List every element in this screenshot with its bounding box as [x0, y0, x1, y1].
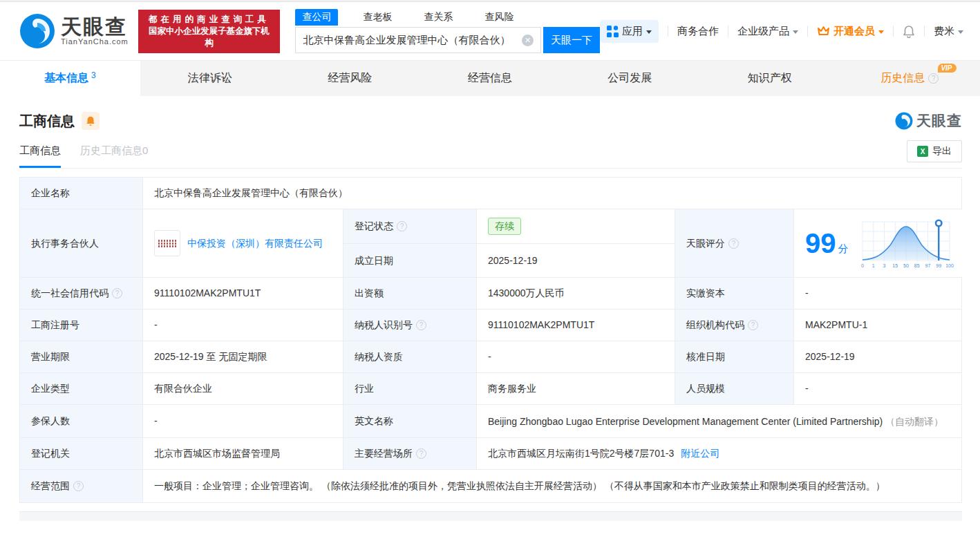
notifications-button[interactable]	[903, 25, 915, 38]
menu-open-vip[interactable]: 开通会员	[817, 25, 884, 38]
tab-operation-risk[interactable]: 经营风险	[280, 61, 420, 96]
svg-text:0: 0	[861, 263, 864, 268]
tianyancha-logo-icon	[895, 112, 913, 130]
help-icon[interactable]: ?	[112, 288, 122, 298]
field-label: 经营范围 ?	[20, 470, 142, 502]
score-label: 天眼评分	[686, 236, 725, 251]
tianyancha-logo-icon	[19, 13, 55, 49]
credit-code-label: 统一社会信用代码	[31, 286, 109, 301]
export-label: 导出	[932, 145, 952, 158]
menu-apps[interactable]: 应用	[600, 20, 659, 43]
header: 天眼查 TianYanCha.com 都在用的商业查询工具 国家中小企业发展子基…	[0, 2, 980, 60]
page-bottom-strip	[19, 511, 962, 521]
nearby-companies-link[interactable]: 附近公司	[681, 446, 719, 461]
field-label: 成立日期	[343, 243, 476, 277]
tab-history-info-label: 历史信息	[880, 71, 925, 86]
menu-user[interactable]: 费米	[934, 25, 963, 38]
menu-enterprise-products[interactable]: 企业级产品	[737, 25, 798, 38]
field-label: 登记机关	[20, 438, 142, 469]
help-icon[interactable]: ?	[416, 320, 426, 330]
menu-cooperation[interactable]: 商务合作	[677, 25, 719, 38]
search-tab-risk[interactable]: 查风险	[478, 9, 520, 26]
partner-logo	[154, 230, 180, 256]
menu-enterprise-label: 企业级产品	[737, 25, 789, 38]
field-label: 实缴资本	[675, 278, 793, 309]
reg-status-label: 登记状态	[355, 219, 393, 234]
business-term-value: 2025-12-19 至 无固定期限	[142, 341, 343, 372]
field-label: 行业	[343, 373, 476, 404]
paid-capital-value: -	[793, 278, 961, 309]
help-icon[interactable]: ?	[728, 238, 739, 249]
menu-divider	[728, 26, 728, 37]
chevron-down-icon	[793, 30, 798, 34]
business-scope-value: 一般项目：企业管理；企业管理咨询。 （除依法须经批准的项目外，凭营业执照依法自主…	[142, 470, 961, 502]
tianyancha-logo[interactable]: 天眼查 TianYanCha.com	[19, 13, 129, 49]
capital-value: 1430000万人民币	[476, 278, 675, 309]
taxpayer-qualification-value: -	[476, 341, 675, 372]
tab-intellectual-property[interactable]: 知识产权	[700, 61, 840, 96]
search-tab-boss[interactable]: 查老板	[356, 9, 399, 26]
section-nav: 基本信息 3 法律诉讼 经营风险 经营信息 公司发展 知识产权 VIP 历史信息…	[0, 60, 980, 96]
crown-icon	[817, 26, 830, 37]
business-place-label: 主要经营场所	[355, 446, 413, 461]
subtab-history-business-info[interactable]: 历史工商信息0	[80, 144, 148, 168]
field-label: 天眼评分 ?	[675, 209, 793, 277]
svg-text:50: 50	[903, 263, 909, 268]
field-label: 核准日期	[675, 341, 793, 372]
help-icon[interactable]: ?	[73, 481, 84, 491]
english-name-text: Beijing Zhongbao Lugao Enterprise Develo…	[488, 416, 883, 427]
search-input[interactable]	[303, 35, 522, 46]
field-label: 营业期限	[20, 341, 142, 372]
search-tab-relation[interactable]: 查关系	[417, 9, 460, 26]
tab-basic-info-label: 基本信息	[44, 71, 88, 86]
export-button[interactable]: X 导出	[907, 140, 962, 162]
brand-slogan: 都在用的商业查询工具 国家中小企业发展子基金旗下机构	[138, 10, 281, 53]
vip-badge: VIP	[938, 64, 956, 73]
auto-translate-note: （自动翻译）	[885, 416, 943, 427]
field-label: 主要经营场所 ?	[343, 438, 476, 469]
score-axis-labels: 013 155085 9799100	[861, 263, 954, 268]
company-type-value: 有限合伙企业	[142, 373, 343, 404]
business-info-table: 企业名称 北京中保鲁高企业发展管理中心（有限合伙） 执行事务合伙人 中保投资（深…	[19, 177, 962, 503]
tab-basic-info[interactable]: 基本信息 3	[0, 61, 140, 96]
help-icon[interactable]: ?	[928, 73, 939, 84]
tab-operation-info[interactable]: 经营信息	[420, 61, 560, 96]
help-icon[interactable]: ?	[748, 320, 758, 330]
industry-value: 商务服务业	[476, 373, 675, 404]
tab-legal-litigation[interactable]: 法律诉讼	[140, 61, 281, 96]
field-label: 企业类型	[20, 373, 142, 404]
excel-icon: X	[917, 146, 928, 157]
clear-search-icon[interactable]: ✕	[522, 35, 534, 46]
search-tabs: 查公司 查老板 查关系 查风险	[295, 9, 600, 27]
menu-divider	[807, 26, 808, 37]
search-button[interactable]: 天眼一下	[543, 27, 600, 53]
tab-history-info[interactable]: VIP 历史信息 ?	[840, 61, 980, 96]
search-tab-company[interactable]: 查公司	[295, 9, 338, 26]
business-scope-label: 经营范围	[31, 479, 70, 493]
field-label: 组织机构代码 ?	[675, 310, 793, 341]
help-icon[interactable]: ?	[416, 448, 426, 459]
field-label: 参保人数	[20, 405, 142, 437]
monitor-bell-button[interactable]	[82, 112, 100, 130]
field-label: 英文名称	[343, 405, 476, 437]
table-row: 营业期限 2025-12-19 至 无固定期限 纳税人资质 - 核准日期 202…	[20, 341, 961, 372]
staff-size-value: -	[793, 373, 961, 404]
table-row: 登记机关 北京市西城区市场监督管理局 主要经营场所 ? 北京市西城区月坛南街1号…	[20, 437, 961, 469]
bell-icon	[903, 25, 915, 38]
field-label: 执行事务合伙人	[20, 209, 142, 277]
help-icon[interactable]: ?	[397, 221, 407, 231]
score-cell: 99 分	[793, 209, 965, 277]
chevron-down-icon	[958, 30, 963, 34]
reg-status-value: 存续	[476, 209, 675, 243]
logo-domain: TianYanCha.com	[61, 37, 129, 46]
org-code-value: MAK2PMTU-1	[793, 310, 961, 341]
table-row: 参保人数 - 英文名称 Beijing Zhongbao Lugao Enter…	[20, 404, 961, 437]
subtab-business-info[interactable]: 工商信息	[19, 144, 61, 168]
logo-title: 天眼查	[61, 17, 129, 37]
chevron-down-icon	[646, 30, 652, 34]
slogan-line2: 国家中小企业发展子基金旗下机构	[145, 26, 274, 49]
partner-company-link[interactable]: 中保投资（深圳）有限责任公司	[187, 236, 323, 251]
tab-basic-info-count: 3	[91, 70, 96, 80]
tab-company-development[interactable]: 公司发展	[560, 61, 700, 96]
table-row: 统一社会信用代码 ? 91110102MAK2PMTU1T 出资额 143000…	[20, 277, 961, 309]
